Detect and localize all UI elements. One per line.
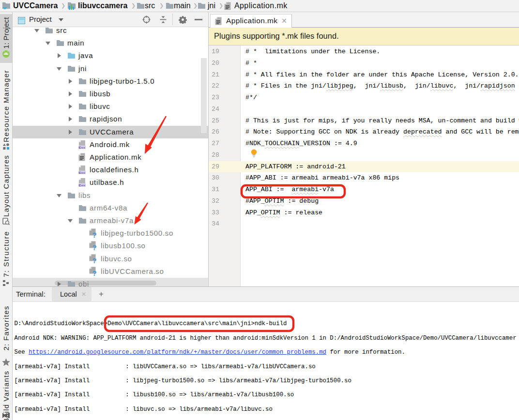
svg-text:C++: C++ [79,171,85,174]
svg-text:?: ? [92,231,97,238]
svg-text:?: ? [92,269,97,276]
svg-text:?: ? [92,243,97,251]
svg-text:C++: C++ [79,184,85,187]
svg-text:?: ? [92,256,97,264]
svg-text:C++: C++ [79,146,85,149]
